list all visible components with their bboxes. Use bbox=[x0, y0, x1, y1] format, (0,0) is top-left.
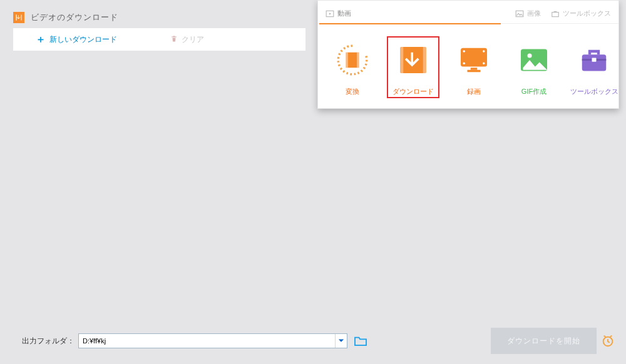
tile-convert-label: 変換 bbox=[346, 87, 359, 97]
svg-rect-11 bbox=[423, 47, 426, 73]
clear-label: クリア bbox=[182, 34, 204, 45]
svg-point-20 bbox=[528, 54, 532, 58]
svg-point-16 bbox=[483, 63, 485, 65]
bottom-bar: 出力フォルダ： ダウンロードを開始 bbox=[13, 328, 619, 354]
svg-rect-21 bbox=[582, 54, 607, 71]
tab-video[interactable]: 動画 bbox=[321, 4, 356, 23]
tile-record-label: 録画 bbox=[467, 87, 481, 97]
schedule-icon[interactable] bbox=[597, 334, 619, 348]
tab-toolbox[interactable]: ツールボックス bbox=[546, 4, 616, 23]
plus-icon: ＋ bbox=[36, 34, 46, 44]
page-title: ビデオのダウンロード bbox=[31, 12, 118, 23]
tile-toolbox-label: ツールボックス bbox=[570, 87, 618, 97]
image-icon bbox=[515, 10, 524, 18]
svg-rect-18 bbox=[468, 70, 481, 73]
svg-rect-17 bbox=[471, 68, 478, 70]
convert-icon bbox=[331, 39, 374, 81]
video-icon bbox=[326, 10, 334, 18]
tile-convert[interactable]: 変換 bbox=[327, 36, 378, 98]
svg-point-15 bbox=[463, 63, 466, 65]
svg-rect-1 bbox=[21, 15, 22, 21]
panel-tabs: 動画 画像 ツールボックス bbox=[318, 1, 618, 24]
tile-record[interactable]: 録画 bbox=[448, 36, 500, 98]
download-icon bbox=[392, 39, 434, 81]
tile-download-label: ダウンロード bbox=[393, 87, 434, 97]
svg-point-13 bbox=[463, 50, 466, 53]
tile-grid: 変換 ダウンロード bbox=[318, 24, 618, 103]
download-icon bbox=[13, 12, 24, 23]
output-folder-input[interactable] bbox=[79, 336, 335, 346]
svg-rect-5 bbox=[552, 12, 559, 16]
toolbox-large-icon bbox=[573, 39, 615, 81]
active-tab-underline bbox=[319, 23, 501, 24]
svg-point-14 bbox=[483, 50, 485, 53]
start-download-button[interactable]: ダウンロードを開始 bbox=[491, 328, 597, 354]
clear-button[interactable]: クリア bbox=[170, 34, 204, 45]
tile-gif[interactable]: GIF作成 bbox=[508, 36, 560, 98]
open-folder-button[interactable] bbox=[354, 335, 367, 346]
page-title-bar: ビデオのダウンロード bbox=[13, 9, 118, 26]
category-panel: 動画 画像 ツールボックス 変換 bbox=[317, 0, 619, 109]
toolbar: ＋ 新しいダウンロード クリア bbox=[13, 28, 305, 51]
tile-toolbox[interactable]: ツールボックス bbox=[568, 36, 620, 98]
svg-rect-0 bbox=[16, 15, 17, 21]
output-folder-select[interactable] bbox=[78, 333, 347, 348]
svg-rect-10 bbox=[400, 47, 403, 73]
gif-icon bbox=[513, 39, 555, 81]
chevron-down-icon[interactable] bbox=[335, 334, 347, 348]
output-folder-label: 出力フォルダ： bbox=[22, 336, 74, 346]
tab-video-label: 動画 bbox=[337, 9, 351, 18]
svg-rect-7 bbox=[346, 53, 349, 68]
new-download-label: 新しいダウンロード bbox=[49, 34, 117, 45]
svg-rect-4 bbox=[516, 11, 523, 16]
svg-rect-23 bbox=[592, 58, 597, 62]
tile-download[interactable]: ダウンロード bbox=[387, 36, 439, 98]
svg-rect-8 bbox=[357, 53, 359, 68]
tab-image[interactable]: 画像 bbox=[510, 4, 546, 23]
toolbox-icon bbox=[551, 10, 560, 18]
new-download-button[interactable]: ＋ 新しいダウンロード bbox=[36, 34, 117, 45]
record-icon bbox=[453, 39, 495, 81]
trash-icon bbox=[170, 34, 178, 45]
tile-gif-label: GIF作成 bbox=[521, 87, 546, 97]
tab-image-label: 画像 bbox=[527, 9, 541, 18]
start-download-label: ダウンロードを開始 bbox=[507, 336, 580, 346]
tab-toolbox-label: ツールボックス bbox=[563, 9, 611, 18]
